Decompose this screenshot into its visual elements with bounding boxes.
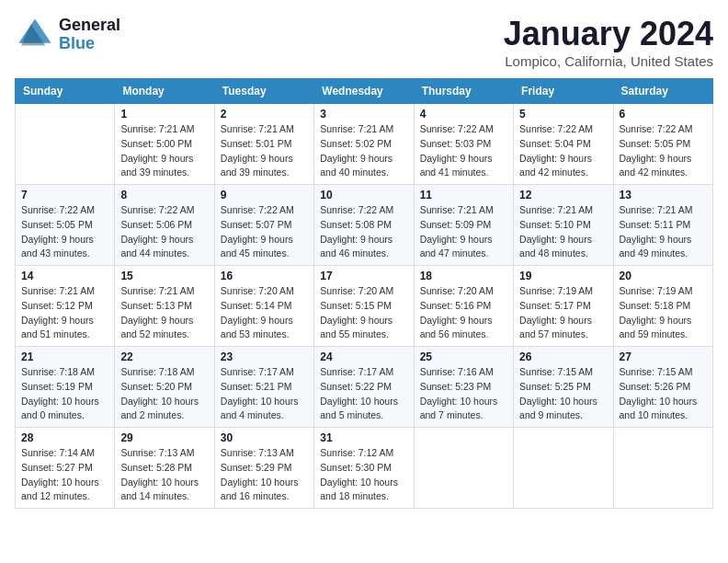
day-info: Sunrise: 7:20 AMSunset: 5:16 PMDaylight:… xyxy=(420,284,507,342)
day-cell: 6Sunrise: 7:22 AMSunset: 5:05 PMDaylight… xyxy=(613,104,712,185)
weekday-header-row: SundayMondayTuesdayWednesdayThursdayFrid… xyxy=(16,79,713,104)
weekday-thursday: Thursday xyxy=(414,79,513,104)
day-info: Sunrise: 7:22 AMSunset: 5:06 PMDaylight:… xyxy=(120,203,208,261)
day-cell xyxy=(414,428,513,509)
day-number: 4 xyxy=(420,108,507,121)
day-info: Sunrise: 7:22 AMSunset: 5:08 PMDaylight:… xyxy=(320,203,407,261)
day-number: 22 xyxy=(120,350,208,363)
day-cell xyxy=(514,428,613,509)
day-number: 25 xyxy=(420,350,507,363)
day-info: Sunrise: 7:22 AMSunset: 5:04 PMDaylight:… xyxy=(519,122,607,180)
day-info: Sunrise: 7:22 AMSunset: 5:03 PMDaylight:… xyxy=(420,122,507,180)
day-cell: 13Sunrise: 7:21 AMSunset: 5:11 PMDayligh… xyxy=(613,185,712,266)
day-info: Sunrise: 7:18 AMSunset: 5:19 PMDaylight:… xyxy=(21,365,108,423)
day-cell: 11Sunrise: 7:21 AMSunset: 5:09 PMDayligh… xyxy=(414,185,513,266)
day-number: 26 xyxy=(519,350,607,363)
day-number: 24 xyxy=(320,350,407,363)
day-info: Sunrise: 7:17 AMSunset: 5:22 PMDaylight:… xyxy=(320,365,407,423)
day-cell: 9Sunrise: 7:22 AMSunset: 5:07 PMDaylight… xyxy=(214,185,313,266)
calendar-table: SundayMondayTuesdayWednesdayThursdayFrid… xyxy=(15,78,713,509)
day-cell: 30Sunrise: 7:13 AMSunset: 5:29 PMDayligh… xyxy=(214,428,313,509)
day-number: 11 xyxy=(420,189,507,201)
day-number: 27 xyxy=(620,350,707,363)
weekday-saturday: Saturday xyxy=(613,79,712,104)
day-number: 1 xyxy=(120,108,208,121)
day-cell: 24Sunrise: 7:17 AMSunset: 5:22 PMDayligh… xyxy=(314,347,414,428)
day-info: Sunrise: 7:14 AMSunset: 5:27 PMDaylight:… xyxy=(21,446,108,504)
day-info: Sunrise: 7:18 AMSunset: 5:20 PMDaylight:… xyxy=(120,365,208,423)
day-info: Sunrise: 7:15 AMSunset: 5:26 PMDaylight:… xyxy=(620,365,707,423)
day-cell: 28Sunrise: 7:14 AMSunset: 5:27 PMDayligh… xyxy=(16,428,115,509)
day-cell: 20Sunrise: 7:19 AMSunset: 5:18 PMDayligh… xyxy=(613,266,712,347)
day-number: 31 xyxy=(320,431,407,444)
weekday-tuesday: Tuesday xyxy=(214,79,313,104)
day-info: Sunrise: 7:21 AMSunset: 5:00 PMDaylight:… xyxy=(120,122,208,180)
day-number: 19 xyxy=(519,270,607,282)
day-number: 29 xyxy=(120,431,208,444)
day-cell: 3Sunrise: 7:21 AMSunset: 5:02 PMDaylight… xyxy=(314,104,414,185)
week-row-1: 1Sunrise: 7:21 AMSunset: 5:00 PMDaylight… xyxy=(16,104,713,185)
day-info: Sunrise: 7:22 AMSunset: 5:07 PMDaylight:… xyxy=(221,203,308,261)
day-cell: 23Sunrise: 7:17 AMSunset: 5:21 PMDayligh… xyxy=(214,347,313,428)
day-info: Sunrise: 7:22 AMSunset: 5:05 PMDaylight:… xyxy=(620,122,707,180)
day-cell: 5Sunrise: 7:22 AMSunset: 5:04 PMDaylight… xyxy=(514,104,613,185)
weekday-monday: Monday xyxy=(115,79,214,104)
day-cell: 25Sunrise: 7:16 AMSunset: 5:23 PMDayligh… xyxy=(414,347,513,428)
day-info: Sunrise: 7:21 AMSunset: 5:10 PMDaylight:… xyxy=(519,203,607,261)
day-cell: 2Sunrise: 7:21 AMSunset: 5:01 PMDaylight… xyxy=(214,104,313,185)
day-cell: 31Sunrise: 7:12 AMSunset: 5:30 PMDayligh… xyxy=(314,428,414,509)
title-block: January 2024 Lompico, California, United… xyxy=(504,15,713,69)
day-info: Sunrise: 7:20 AMSunset: 5:15 PMDaylight:… xyxy=(320,284,407,342)
day-info: Sunrise: 7:17 AMSunset: 5:21 PMDaylight:… xyxy=(221,365,308,423)
day-cell: 1Sunrise: 7:21 AMSunset: 5:00 PMDaylight… xyxy=(115,104,214,185)
day-info: Sunrise: 7:21 AMSunset: 5:13 PMDaylight:… xyxy=(120,284,208,342)
day-number: 12 xyxy=(519,189,607,201)
logo-icon xyxy=(15,15,55,55)
day-number: 2 xyxy=(221,108,308,121)
page-header: General Blue January 2024 Lompico, Calif… xyxy=(15,15,713,69)
day-cell: 15Sunrise: 7:21 AMSunset: 5:13 PMDayligh… xyxy=(115,266,214,347)
logo-general: General xyxy=(59,17,120,35)
day-number: 23 xyxy=(221,350,308,363)
logo-text: General Blue xyxy=(59,17,120,53)
day-cell: 10Sunrise: 7:22 AMSunset: 5:08 PMDayligh… xyxy=(314,185,414,266)
location-title: Lompico, California, United States xyxy=(504,53,713,69)
day-info: Sunrise: 7:21 AMSunset: 5:01 PMDaylight:… xyxy=(221,122,308,180)
day-cell: 17Sunrise: 7:20 AMSunset: 5:15 PMDayligh… xyxy=(314,266,414,347)
day-number: 6 xyxy=(620,108,707,121)
day-info: Sunrise: 7:19 AMSunset: 5:18 PMDaylight:… xyxy=(620,284,707,342)
weekday-wednesday: Wednesday xyxy=(314,79,414,104)
weekday-sunday: Sunday xyxy=(16,79,115,104)
day-info: Sunrise: 7:13 AMSunset: 5:29 PMDaylight:… xyxy=(221,446,308,504)
day-number: 17 xyxy=(320,270,407,282)
day-info: Sunrise: 7:21 AMSunset: 5:11 PMDaylight:… xyxy=(620,203,707,261)
day-info: Sunrise: 7:21 AMSunset: 5:02 PMDaylight:… xyxy=(320,122,407,180)
day-info: Sunrise: 7:22 AMSunset: 5:05 PMDaylight:… xyxy=(21,203,108,261)
week-row-5: 28Sunrise: 7:14 AMSunset: 5:27 PMDayligh… xyxy=(16,428,713,509)
day-cell: 22Sunrise: 7:18 AMSunset: 5:20 PMDayligh… xyxy=(115,347,214,428)
week-row-3: 14Sunrise: 7:21 AMSunset: 5:12 PMDayligh… xyxy=(16,266,713,347)
day-cell: 27Sunrise: 7:15 AMSunset: 5:26 PMDayligh… xyxy=(613,347,712,428)
day-cell: 29Sunrise: 7:13 AMSunset: 5:28 PMDayligh… xyxy=(115,428,214,509)
day-number: 3 xyxy=(320,108,407,121)
day-cell xyxy=(16,104,115,185)
day-info: Sunrise: 7:16 AMSunset: 5:23 PMDaylight:… xyxy=(420,365,507,423)
day-info: Sunrise: 7:21 AMSunset: 5:09 PMDaylight:… xyxy=(420,203,507,261)
day-info: Sunrise: 7:12 AMSunset: 5:30 PMDaylight:… xyxy=(320,446,407,504)
day-info: Sunrise: 7:13 AMSunset: 5:28 PMDaylight:… xyxy=(120,446,208,504)
day-cell: 18Sunrise: 7:20 AMSunset: 5:16 PMDayligh… xyxy=(414,266,513,347)
day-info: Sunrise: 7:15 AMSunset: 5:25 PMDaylight:… xyxy=(519,365,607,423)
day-number: 8 xyxy=(120,189,208,201)
logo-blue: Blue xyxy=(59,35,120,53)
day-number: 14 xyxy=(21,270,108,282)
day-cell: 7Sunrise: 7:22 AMSunset: 5:05 PMDaylight… xyxy=(16,185,115,266)
day-cell: 26Sunrise: 7:15 AMSunset: 5:25 PMDayligh… xyxy=(514,347,613,428)
day-number: 28 xyxy=(21,431,108,444)
day-cell: 14Sunrise: 7:21 AMSunset: 5:12 PMDayligh… xyxy=(16,266,115,347)
day-info: Sunrise: 7:19 AMSunset: 5:17 PMDaylight:… xyxy=(519,284,607,342)
day-number: 15 xyxy=(120,270,208,282)
day-number: 18 xyxy=(420,270,507,282)
day-number: 21 xyxy=(21,350,108,363)
logo: General Blue xyxy=(15,15,120,55)
day-info: Sunrise: 7:20 AMSunset: 5:14 PMDaylight:… xyxy=(221,284,308,342)
